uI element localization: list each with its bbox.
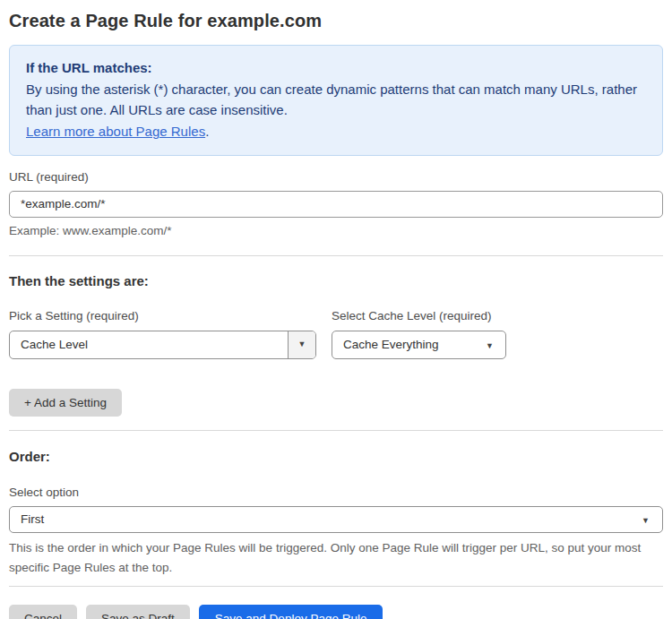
setting-picker-column: Pick a Setting (required) Cache Level ▼ — [9, 309, 316, 359]
cache-level-select[interactable]: Cache Everything ▼ — [332, 331, 506, 359]
learn-more-link[interactable]: Learn more about Page Rules — [26, 124, 205, 139]
order-help-text: This is the order in which your Page Rul… — [9, 538, 654, 579]
settings-row: Pick a Setting (required) Cache Level ▼ … — [9, 309, 663, 359]
setting-picker-arrow-button[interactable]: ▼ — [288, 331, 315, 358]
add-setting-button[interactable]: + Add a Setting — [9, 389, 122, 417]
cache-level-value: Cache Everything — [332, 338, 486, 351]
page-title: Create a Page Rule for example.com — [9, 11, 663, 31]
save-as-draft-button[interactable]: Save as Draft — [86, 605, 190, 619]
order-select-label: Select option — [9, 486, 663, 499]
divider — [9, 586, 663, 587]
divider — [9, 255, 663, 256]
settings-section-heading: Then the settings are: — [9, 273, 663, 288]
chevron-down-icon: ▼ — [486, 338, 505, 351]
info-box-body: By using the asterisk (*) character, you… — [26, 79, 646, 142]
divider — [9, 430, 663, 431]
save-and-deploy-button[interactable]: Save and Deploy Page Rule — [199, 605, 383, 619]
url-input[interactable] — [9, 191, 663, 218]
url-match-info-box: If the URL matches: By using the asteris… — [9, 45, 663, 156]
link-suffix: . — [205, 124, 209, 139]
url-field-label: URL (required) — [9, 170, 663, 184]
order-select-value: First — [10, 512, 642, 526]
order-heading: Order: — [9, 449, 663, 464]
setting-picker-label: Pick a Setting (required) — [9, 309, 316, 322]
url-field-hint: Example: www.example.com/* — [9, 224, 663, 237]
setting-picker-value: Cache Level — [10, 338, 288, 351]
chevron-down-icon: ▼ — [298, 340, 306, 348]
form-actions: Cancel Save as Draft Save and Deploy Pag… — [9, 605, 663, 619]
order-section: Order: Select option First ▼ This is the… — [9, 449, 663, 579]
cache-level-label: Select Cache Level (required) — [332, 309, 506, 322]
order-select[interactable]: First ▼ — [9, 506, 663, 533]
chevron-down-icon: ▼ — [642, 512, 662, 526]
info-box-heading: If the URL matches: — [26, 57, 646, 79]
cache-level-column: Select Cache Level (required) Cache Ever… — [332, 309, 506, 359]
setting-picker-select[interactable]: Cache Level ▼ — [9, 331, 316, 359]
cancel-button[interactable]: Cancel — [9, 605, 77, 619]
info-box-body-text: By using the asterisk (*) character, you… — [26, 82, 637, 118]
create-page-rule-form: Create a Page Rule for example.com If th… — [0, 0, 672, 619]
